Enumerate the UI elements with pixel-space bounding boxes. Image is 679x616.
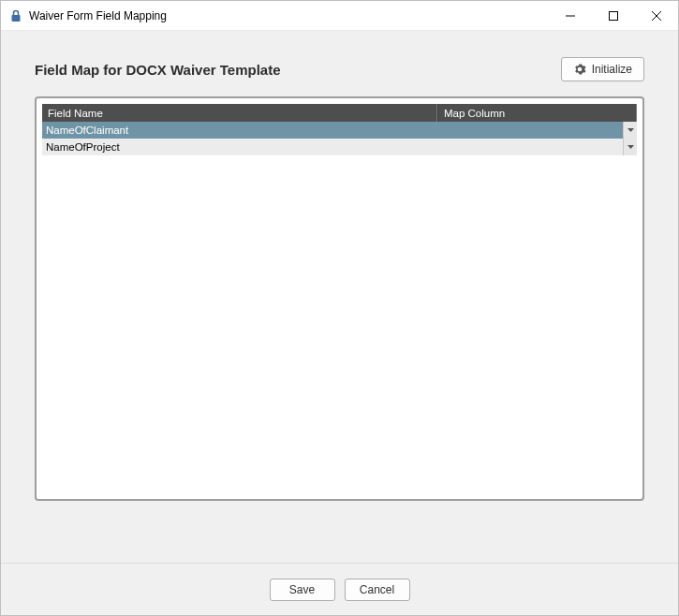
initialize-button[interactable]: Initialize (561, 57, 644, 81)
table-frame: Field Name Map Column NameOfClaimant Nam… (35, 96, 644, 501)
close-button[interactable] (635, 1, 678, 30)
close-icon (652, 11, 661, 21)
save-button[interactable]: Save (270, 579, 335, 601)
page-title: Field Map for DOCX Waiver Template (35, 62, 550, 78)
col-header-field-name[interactable]: Field Name (42, 104, 437, 122)
dropdown-toggle[interactable] (623, 139, 637, 155)
minimize-icon (566, 11, 575, 21)
svg-rect-2 (610, 11, 618, 20)
table-header: Field Name Map Column (42, 104, 637, 122)
svg-rect-0 (12, 15, 21, 22)
cell-field-name: NameOfProject (42, 139, 437, 155)
window-controls (549, 1, 678, 30)
table-row[interactable]: NameOfProject (42, 139, 637, 155)
maximize-icon (609, 11, 618, 21)
content-area: Field Map for DOCX Waiver Template Initi… (1, 31, 678, 563)
minimize-button[interactable] (549, 1, 592, 30)
cell-map-column[interactable] (437, 122, 637, 139)
col-header-map-column[interactable]: Map Column (437, 104, 637, 122)
chevron-down-icon (627, 145, 634, 149)
table-row[interactable]: NameOfClaimant (42, 122, 637, 139)
window-titlebar: Waiver Form Field Mapping (1, 1, 678, 31)
field-map-table: Field Name Map Column NameOfClaimant Nam… (42, 104, 637, 493)
cell-map-column[interactable] (437, 139, 637, 155)
maximize-button[interactable] (592, 1, 635, 30)
lock-icon (8, 8, 23, 23)
chevron-down-icon (627, 128, 634, 132)
dialog-footer: Save Cancel (1, 563, 678, 615)
window-title: Waiver Form Field Mapping (29, 9, 549, 22)
initialize-label: Initialize (592, 63, 632, 76)
heading-row: Field Map for DOCX Waiver Template Initi… (1, 31, 678, 89)
dropdown-toggle[interactable] (623, 122, 637, 139)
gear-icon (573, 63, 586, 76)
cell-field-name: NameOfClaimant (42, 122, 437, 139)
cancel-button[interactable]: Cancel (345, 579, 410, 601)
